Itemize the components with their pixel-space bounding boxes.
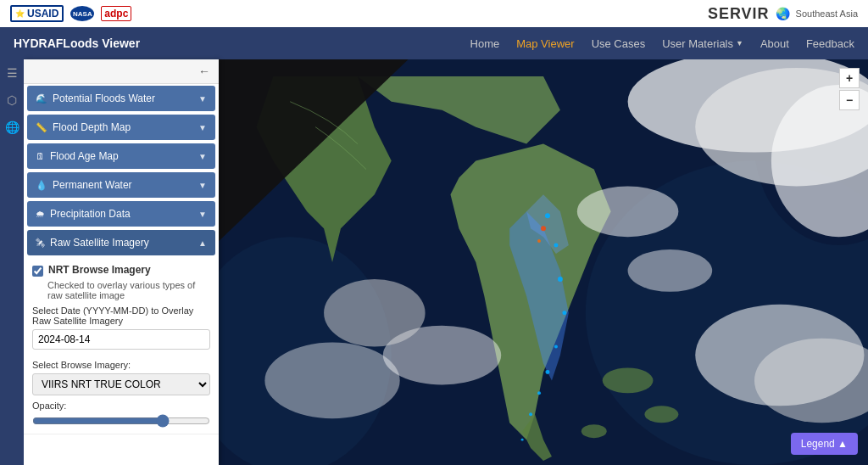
menu-icon[interactable]: ☰ <box>7 66 18 80</box>
nrt-checkbox[interactable] <box>32 266 43 277</box>
layer-permanent-water[interactable]: 💧 Permanent Water ▼ <box>27 172 215 198</box>
svg-point-22 <box>545 370 549 374</box>
nav-map-viewer[interactable]: Map Viewer <box>516 37 574 50</box>
svg-point-16 <box>264 343 399 419</box>
nrt-desc: Checked to overlay various types of raw … <box>47 280 210 300</box>
browse-select[interactable]: VIIRS NRT TRUE COLOR MODIS NRT TRUE COLO… <box>32 373 210 395</box>
svg-point-15 <box>324 279 425 347</box>
map-svg <box>219 59 868 465</box>
nav-feedback[interactable]: Feedback <box>806 37 854 50</box>
map-controls: + − <box>839 68 860 110</box>
svg-point-12 <box>577 186 678 237</box>
depth-icon: 📏 <box>36 122 47 133</box>
browse-label: Select Browse Imagery: <box>32 360 210 370</box>
precip-chevron: ▼ <box>198 210 207 219</box>
perm-water-icon: 💧 <box>36 180 47 191</box>
nrt-checkbox-row: NRT Browse Imagery <box>32 264 210 277</box>
depth-chevron: ▼ <box>198 123 207 132</box>
svg-point-27 <box>537 239 541 243</box>
svg-point-19 <box>558 277 563 282</box>
raw-satellite-expanded: NRT Browse Imagery Checked to overlay va… <box>24 257 219 434</box>
nav-user-materials[interactable]: User Materials ▼ <box>662 37 743 50</box>
svg-point-25 <box>521 439 524 441</box>
precip-icon: 🌧 <box>36 209 45 219</box>
map-background <box>219 59 868 465</box>
svg-point-4 <box>603 367 654 393</box>
servir-logo: SERVIR 🌏 Southeast Asia <box>708 5 858 23</box>
nav-about[interactable]: About <box>760 37 789 50</box>
nrt-label[interactable]: NRT Browse Imagery <box>48 264 151 276</box>
nav-bar: HYDRAFLoods Viewer Home Map Viewer Use C… <box>0 27 868 59</box>
layer-precipitation[interactable]: 🌧 Precipitation Data ▼ <box>27 201 215 227</box>
date-field-label: Select Date (YYYY-MM-DD) to Overlay Raw … <box>32 305 210 326</box>
zoom-in-button[interactable]: + <box>839 68 860 88</box>
usaid-logo: ⭐ USAID <box>10 5 64 22</box>
svg-point-18 <box>554 244 558 248</box>
adpc-logo: adpc <box>101 6 131 21</box>
layers-icon[interactable]: ⬡ <box>7 93 17 107</box>
satellite-chevron: ▲ <box>198 238 207 248</box>
svg-point-23 <box>537 391 541 395</box>
legend-button[interactable]: Legend ▲ <box>791 433 858 455</box>
user-materials-dropdown-arrow: ▼ <box>736 39 743 48</box>
satellite-icon: 🛰 <box>36 238 45 248</box>
svg-point-6 <box>581 424 607 438</box>
opacity-label: Opacity: <box>32 401 210 411</box>
map-area[interactable]: + − Legend ▲ <box>219 59 868 465</box>
globe-icon[interactable]: 🌐 <box>5 120 19 134</box>
svg-point-5 <box>645 406 679 423</box>
svg-point-24 <box>529 412 532 416</box>
nasa-logo: NASA <box>70 6 94 21</box>
svg-point-20 <box>562 311 566 315</box>
age-icon: 🗓 <box>36 151 45 161</box>
back-arrow[interactable]: ← <box>198 64 210 78</box>
svg-point-21 <box>554 345 558 349</box>
floods-chevron: ▼ <box>198 94 207 104</box>
layer-raw-satellite[interactable]: 🛰 Raw Satellite Imagery ▲ <box>27 230 215 255</box>
opacity-slider[interactable] <box>32 414 210 428</box>
nav-links: Home Map Viewer Use Cases User Materials… <box>470 37 854 50</box>
app-title: HYDRAFLoods Viewer <box>14 36 140 50</box>
nav-use-cases[interactable]: Use Cases <box>592 37 646 50</box>
svg-point-13 <box>628 249 713 292</box>
svg-point-17 <box>545 213 550 218</box>
layer-potential-floods[interactable]: 🌊 Potential Floods Water ▼ <box>27 86 215 111</box>
logos-bar: ⭐ USAID NASA adpc SERVIR 🌏 Southeast Asi… <box>0 0 868 27</box>
perm-water-chevron: ▼ <box>198 181 207 190</box>
svg-point-26 <box>541 226 546 231</box>
nav-home[interactable]: Home <box>470 37 500 50</box>
logos-left: ⭐ USAID NASA adpc <box>10 5 131 22</box>
zoom-out-button[interactable]: − <box>839 90 860 110</box>
layer-flood-depth[interactable]: 📏 Flood Depth Map ▼ <box>27 115 215 140</box>
servir-icon: 🌏 <box>776 7 790 20</box>
layer-flood-age[interactable]: 🗓 Flood Age Map ▼ <box>27 143 215 169</box>
age-chevron: ▼ <box>198 152 207 161</box>
main-layout: ☰ ⬡ 🌐 ← 🌊 Potential Floods Water ▼ 📏 Flo… <box>0 59 868 465</box>
panel-header: ← <box>24 59 219 84</box>
date-input[interactable] <box>32 329 210 350</box>
sidebar-icons: ☰ ⬡ 🌐 <box>0 59 24 465</box>
floods-icon: 🌊 <box>36 93 47 104</box>
left-panel: ← 🌊 Potential Floods Water ▼ 📏 Flood Dep… <box>24 59 219 465</box>
